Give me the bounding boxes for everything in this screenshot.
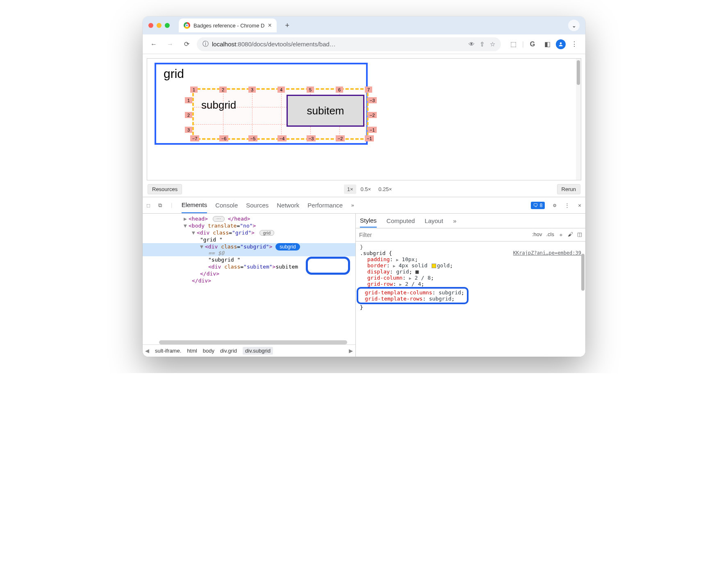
scale-025x[interactable]: 0.25× [375,184,395,194]
tick: 5 [307,87,314,93]
styles-more-icon[interactable]: » [453,217,456,224]
back-button[interactable]: ← [148,38,160,50]
tick: 3 [185,127,192,133]
chrome-window: Badges reference - Chrome D × + ⌄ ← → ⟳ … [143,16,585,357]
svg-point-0 [560,42,562,44]
grid-badge[interactable]: grid [259,230,274,236]
tick: −3 [368,97,377,103]
kebab-icon[interactable]: ⋮ [564,202,570,208]
grid-label: grid [164,67,184,81]
styles-scrollbar[interactable] [580,241,585,357]
chrome-icon [184,22,190,29]
titlebar: Badges reference - Chrome D × + ⌄ [143,16,585,34]
tick: 4 [278,87,285,93]
subitem-box: subitem [287,95,364,127]
menu-icon[interactable]: ⋮ [568,38,580,50]
subgrid-badge[interactable]: subgrid [275,243,300,251]
dom-tree[interactable]: ▶<head> ⋯ </head> ▼<body translate="no">… [143,214,356,357]
selected-dom-line[interactable]: ▼<div class="subgrid"> subgrid [143,243,355,250]
tick: 1 [185,97,192,103]
scale-05x[interactable]: 0.5× [357,184,374,194]
styles-rules[interactable]: } KKrajpZ?ani…pe=embed:39 .subgrid { pad… [356,241,585,357]
tab-sources[interactable]: Sources [246,198,268,213]
tab-layout[interactable]: Layout [425,214,443,227]
tick: 7 [365,87,372,93]
share-icon[interactable]: ⇧ [480,41,485,48]
tick: 2 [219,87,227,93]
new-tab-button[interactable]: + [282,20,293,31]
tab-performance[interactable]: Performance [307,198,343,213]
google-icon[interactable]: G [526,38,539,50]
browser-tab[interactable]: Badges reference - Chrome D × [179,18,277,32]
address-bar[interactable]: ⓘ localhost:8080/docs/devtools/elements/… [197,37,501,51]
subgrid-label: subgrid [201,99,236,112]
styles-panel: Styles Computed Layout » :hov .cls ＋ 🖌 ◫ [356,214,585,357]
crumb-subgrid[interactable]: div.subgrid [243,347,273,355]
tick: −1 [365,135,374,141]
resources-button[interactable]: Resources [148,184,182,194]
page-viewport: grid subgrid subitem 1 2 3 4 [143,54,585,197]
url-host: localhost [212,41,236,48]
profile-avatar[interactable] [556,39,566,49]
minimize-icon[interactable] [157,23,162,28]
hov-button[interactable]: :hov [532,231,542,239]
tab-elements[interactable]: Elements [182,197,207,213]
maximize-icon[interactable] [165,23,170,28]
tab-close-icon[interactable]: × [268,22,271,29]
source-link[interactable]: KKrajpZ?ani…pe=embed:39 [513,250,581,256]
close-icon[interactable] [148,23,153,28]
cls-button[interactable]: .cls [546,231,555,239]
styles-tabs: Styles Computed Layout » [356,214,585,228]
url-port: :8080 [236,41,252,48]
traffic-lights [148,23,170,28]
device-icon[interactable]: ⧉ [158,202,162,209]
grid-overlay: grid subgrid subitem 1 2 3 4 [155,63,368,145]
crumb-body[interactable]: body [203,348,214,354]
styles-filter-input[interactable] [359,232,529,238]
rerun-button[interactable]: Rerun [557,184,580,194]
tab-styles[interactable]: Styles [360,214,377,228]
subgrid-props-highlight: grid-template-columns: subgrid; grid-tem… [357,287,469,304]
subgrid-overlay: subgrid subitem 1 2 3 4 5 6 7 −7 −6 −5 −… [192,88,369,140]
paint-icon[interactable]: 🖌 [568,231,573,239]
crumb-right-icon[interactable]: ▶ [349,348,353,354]
settings-icon[interactable]: ⚙ [553,202,556,208]
tick: −6 [219,135,228,141]
tab-network[interactable]: Network [277,198,299,213]
dom-h-scrollbar[interactable] [159,340,347,344]
info-icon[interactable]: ⓘ [202,40,209,48]
reader-icon[interactable]: ◧ [541,38,553,50]
tab-title: Badges reference - Chrome D [193,23,264,29]
extensions-icon[interactable]: ⬚ [507,38,520,50]
new-rule-icon[interactable]: ＋ [558,231,564,239]
eq0-marker: == $0 [143,250,355,256]
crumb-grid[interactable]: div.grid [220,348,237,354]
scale-1x[interactable]: 1× [344,184,357,194]
tab-console[interactable]: Console [215,198,238,213]
panel-icon[interactable]: ◫ [577,231,582,239]
viewport-scrollbar[interactable] [576,59,581,180]
forward-button[interactable]: → [164,38,176,50]
grid-editor-icon[interactable]: ▦ [415,269,419,275]
star-icon[interactable]: ☆ [490,41,495,48]
eye-off-icon[interactable]: 👁 [469,41,475,48]
close-devtools-icon[interactable]: ✕ [578,202,581,208]
tabs-more-icon[interactable]: » [351,202,354,208]
toolbar-icons: ⬚ | G ◧ ⋮ [507,38,580,50]
tick: −5 [248,135,257,141]
issues-badge[interactable]: 🗨 8 [531,202,545,209]
tick: 3 [248,87,256,93]
tick: −1 [368,127,377,133]
crumb-iframe[interactable]: sult-iframe. [155,348,181,354]
reload-button[interactable]: ⟳ [180,38,193,50]
inspect-icon[interactable]: ⬚ [147,202,150,208]
breadcrumbs: ◀ sult-iframe. html body div.grid div.su… [143,344,355,357]
color-swatch[interactable] [432,264,436,268]
crumb-left-icon[interactable]: ◀ [145,348,149,354]
tab-computed[interactable]: Computed [387,214,415,227]
devtools-tabs: ⬚ ⧉ | Elements Console Sources Network P… [143,197,585,214]
rule-selector: .subgrid { [360,250,392,256]
crumb-html[interactable]: html [187,348,197,354]
tick: −7 [190,135,199,141]
tab-overflow-button[interactable]: ⌄ [568,20,580,31]
